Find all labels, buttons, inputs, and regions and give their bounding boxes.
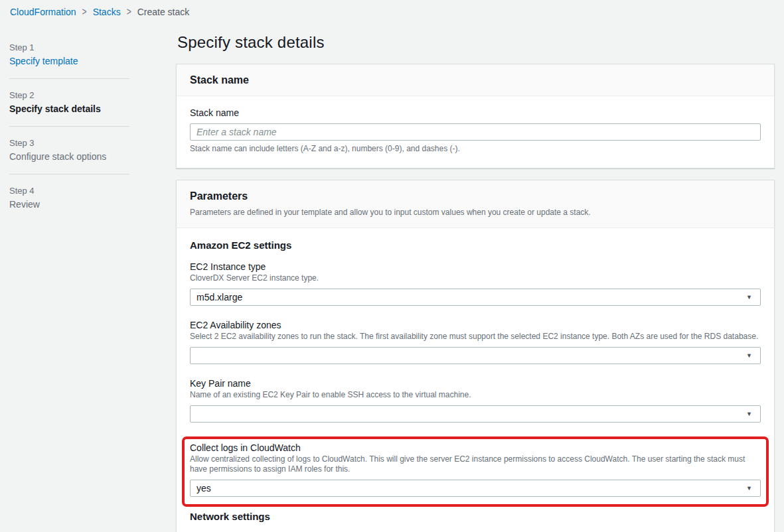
parameters-card-header: Parameters Parameters are defined in you… — [177, 180, 774, 228]
key-pair-name-select[interactable]: ▼ — [190, 405, 761, 423]
steps-nav-step-1: Step 1 Specify template — [9, 42, 129, 66]
main-content: Specify stack details Stack name Stack n… — [176, 33, 775, 532]
divider — [9, 126, 129, 127]
breadcrumb-separator-icon: > — [82, 6, 87, 18]
parameters-card-description: Parameters are defined in your template … — [190, 207, 761, 218]
breadcrumb-separator-icon: > — [127, 6, 131, 18]
ec2-availability-zones-description: Select 2 EC2 availability zones to run t… — [190, 332, 761, 342]
chevron-down-icon: ▼ — [746, 294, 752, 300]
parameters-card: Parameters Parameters are defined in you… — [176, 180, 775, 532]
step-number: Step 2 — [9, 90, 129, 100]
collect-logs-cloudwatch-select[interactable]: yes ▼ — [190, 480, 761, 497]
stack-name-card: Stack name Stack name Stack name can inc… — [176, 64, 775, 168]
collect-logs-cloudwatch-label: Collect logs in CloudWatch — [190, 442, 761, 453]
steps-nav-item-configure-stack-options: Configure stack options — [9, 151, 129, 162]
steps-nav-item-review: Review — [9, 199, 129, 210]
field-key-pair-name: Key Pair name Name of an existing EC2 Ke… — [190, 378, 761, 423]
steps-nav-item-specify-stack-details: Specify stack details — [9, 103, 129, 114]
chevron-down-icon: ▼ — [746, 411, 752, 417]
step-number: Step 3 — [9, 138, 129, 148]
ec2-instance-type-description: CloverDX Server EC2 instance type. — [190, 273, 761, 283]
breadcrumb-link-stacks[interactable]: Stacks — [93, 7, 121, 17]
breadcrumb-link-cloudformation[interactable]: CloudFormation — [10, 7, 76, 17]
parameters-card-body: Amazon EC2 settings EC2 Instance type Cl… — [177, 228, 774, 532]
ec2-availability-zones-select[interactable]: ▼ — [190, 347, 761, 364]
ec2-instance-type-select[interactable]: m5d.xlarge ▼ — [190, 289, 761, 306]
step-number: Step 1 — [9, 42, 129, 52]
ec2-availability-zones-label: EC2 Availability zones — [190, 320, 761, 330]
steps-nav-item-specify-template[interactable]: Specify template — [9, 56, 129, 66]
create-stack-page: CloudFormation > Stacks > Create stack S… — [0, 0, 784, 532]
chevron-down-icon: ▼ — [746, 485, 752, 492]
breadcrumb: CloudFormation > Stacks > Create stack — [0, 0, 784, 17]
stack-name-card-body: Stack name Stack name can include letter… — [177, 96, 774, 168]
network-settings-section-title: Network settings — [190, 511, 761, 522]
divider — [9, 174, 129, 174]
steps-nav-step-2: Step 2 Specify stack details — [9, 90, 129, 114]
divider — [9, 78, 129, 79]
stack-name-help-text: Stack name can include letters (A-Z and … — [190, 144, 761, 153]
step-number: Step 4 — [9, 186, 129, 196]
field-ec2-instance-type: EC2 Instance type CloverDX Server EC2 in… — [190, 261, 761, 306]
collect-logs-cloudwatch-description: Allow centralized collecting of logs to … — [190, 454, 761, 474]
collect-logs-cloudwatch-value: yes — [196, 483, 211, 494]
parameters-card-title: Parameters — [190, 190, 761, 202]
ec2-settings-section-title: Amazon EC2 settings — [190, 239, 761, 251]
stack-name-input[interactable] — [190, 123, 761, 141]
page-title: Specify stack details — [177, 33, 775, 52]
stack-name-label: Stack name — [190, 107, 761, 118]
steps-nav: Step 1 Specify template Step 2 Specify s… — [9, 42, 129, 532]
key-pair-name-label: Key Pair name — [190, 378, 761, 389]
chevron-down-icon: ▼ — [746, 352, 752, 359]
ec2-instance-type-label: EC2 Instance type — [190, 261, 761, 272]
field-ec2-availability-zones: EC2 Availability zones Select 2 EC2 avai… — [190, 320, 761, 364]
key-pair-name-description: Name of an existing EC2 Key Pair to enab… — [190, 390, 761, 400]
stack-name-card-title: Stack name — [190, 74, 761, 86]
highlight-annotation-box: Collect logs in CloudWatch Allow central… — [182, 436, 769, 507]
stack-name-card-header: Stack name — [177, 64, 774, 96]
field-collect-logs-cloudwatch: Collect logs in CloudWatch Allow central… — [190, 442, 761, 497]
steps-nav-step-4: Step 4 Review — [9, 186, 129, 210]
steps-nav-step-3: Step 3 Configure stack options — [9, 138, 129, 162]
ec2-instance-type-value: m5d.xlarge — [196, 292, 242, 302]
breadcrumb-current: Create stack — [137, 7, 190, 17]
